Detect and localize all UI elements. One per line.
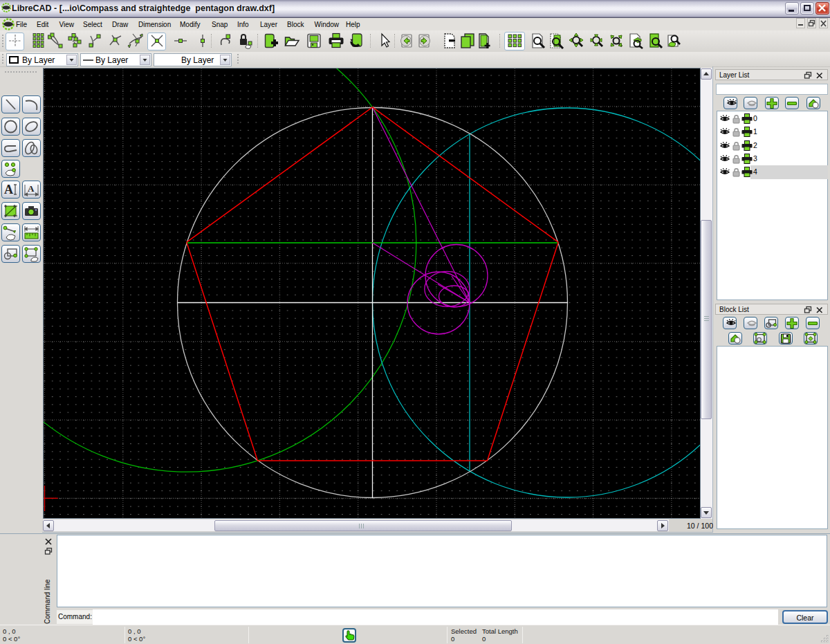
svg-text:A: A <box>4 183 13 196</box>
svg-text:A: A <box>28 183 35 194</box>
